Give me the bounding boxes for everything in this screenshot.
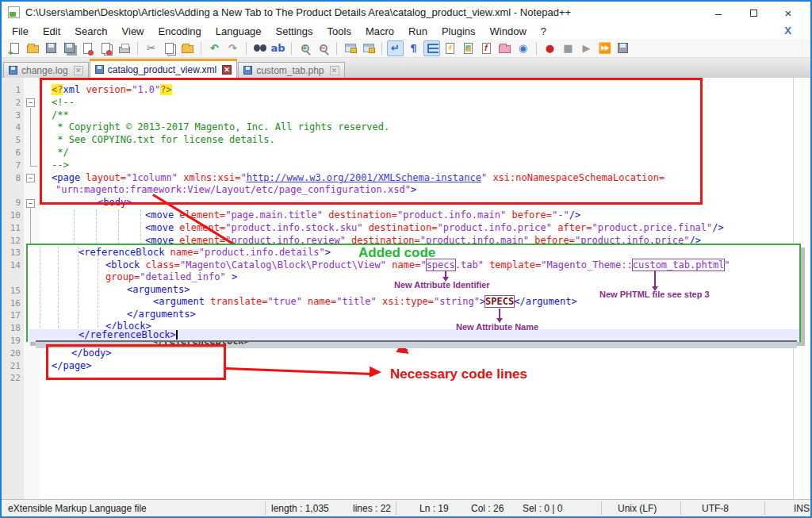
menu-close-document-button[interactable]: X [784, 25, 791, 36]
show-all-characters-button[interactable]: ¶ [405, 40, 422, 56]
function-list-icon [482, 43, 491, 54]
paste-button[interactable] [179, 40, 196, 56]
zoom-in-button[interactable] [297, 40, 313, 56]
document-map-button[interactable] [460, 40, 477, 56]
toolbar-separator [336, 42, 337, 55]
function-list-button[interactable] [478, 40, 495, 56]
tab-catalog-product-view-xml[interactable]: catalog_product_view.xml✕ [90, 59, 237, 78]
macro-record-button[interactable]: ● [542, 40, 558, 56]
line-number: 13 [2, 247, 21, 259]
code-line-11[interactable]: 11<move element="product.info.stock.sku"… [2, 222, 810, 235]
zoom-out-icon [320, 44, 327, 52]
macro-play-button[interactable]: ▶ [578, 40, 595, 56]
copy-button[interactable] [161, 40, 178, 56]
code-text: </arguments> [127, 309, 196, 320]
toolbar-separator [291, 42, 292, 55]
tab-custom-tab-php[interactable]: custom_tab.php✕ [238, 62, 344, 78]
zoom-out-button[interactable] [315, 40, 331, 56]
menu-item-search[interactable]: Search [67, 25, 114, 37]
code-line-wrap[interactable]: "urn:magento:framework:View/Layout/etc/p… [2, 184, 810, 197]
save-button[interactable] [43, 40, 59, 56]
menu-item-[interactable]: ? [534, 25, 553, 37]
maximize-icon [750, 10, 757, 17]
tab-close-icon[interactable]: ✕ [74, 66, 83, 75]
status-col: Col : 26 [471, 503, 504, 514]
editor-area[interactable]: − − − 1<?xml version="1.0"?>2<!--3/**4 *… [2, 78, 810, 499]
menu-item-encoding[interactable]: Encoding [151, 25, 209, 37]
code-line-9[interactable]: 9<body> [2, 197, 810, 209]
code-text: <?xml version="1.0"?> [52, 84, 172, 96]
overlay-code-line: </arguments> [28, 309, 799, 321]
code-line-1[interactable]: 1<?xml version="1.0"?> [2, 84, 810, 97]
code-line-8[interactable]: 8<page layout="1column" xmlns:xsi="http:… [2, 172, 810, 185]
macro-stop-button[interactable]: ■ [560, 40, 576, 56]
print-button[interactable] [116, 40, 132, 56]
tab-close-icon[interactable]: ✕ [222, 65, 232, 75]
find-button[interactable] [251, 40, 268, 56]
indent-guide-button[interactable] [423, 40, 440, 56]
saved-file-icon [243, 66, 252, 75]
menu-item-language[interactable]: Language [209, 25, 269, 37]
code-line-7[interactable]: 7--> [2, 159, 810, 172]
menu-item-run[interactable]: Run [401, 25, 435, 37]
menu-item-edit[interactable]: Edit [36, 25, 67, 37]
line-number: 6 [2, 147, 21, 159]
code-line-5[interactable]: 5 * See COPYING.txt for license details. [2, 134, 810, 147]
replace-button[interactable]: ab [270, 40, 286, 56]
toolbar-separator [137, 42, 138, 55]
redo-button[interactable]: ↷ [224, 40, 241, 56]
document-monitor-button[interactable]: ◉ [515, 40, 531, 56]
status-divider [396, 501, 396, 515]
status-unix: Unix (LF) [618, 503, 657, 514]
toolbar-separator [536, 42, 537, 55]
code-line-6[interactable]: 6 */ [2, 147, 810, 159]
word-wrap-button[interactable]: ↵ [387, 40, 404, 56]
close-button[interactable] [79, 40, 96, 56]
menu-item-macro[interactable]: Macro [358, 25, 401, 37]
menu-item-file[interactable]: File [5, 25, 36, 37]
close-button[interactable]: × [771, 2, 806, 24]
status-length: length : 1,035 [271, 503, 329, 514]
save-all-button[interactable] [61, 40, 78, 56]
close-all-button[interactable] [98, 40, 114, 56]
added-code-overlay: <referenceBlock name="product.info.detai… [26, 244, 801, 342]
code-line-2[interactable]: 2<!-- [2, 97, 810, 109]
menu-item-settings[interactable]: Settings [269, 25, 320, 37]
macro-run-multiple-button[interactable]: ⏩ [596, 40, 613, 56]
tab-label: custom_tab.php [256, 65, 324, 76]
folder-as-workspace-button[interactable] [496, 40, 513, 56]
code-line-10[interactable]: 10<move element="page.main.title" destin… [2, 209, 810, 222]
sync-vertical-button[interactable] [342, 40, 358, 56]
code-text: group="detailed_info" > [105, 271, 237, 283]
menu-item-window[interactable]: Window [483, 25, 534, 37]
close-all-icon [102, 43, 110, 54]
show-all-characters-icon: ¶ [410, 43, 416, 53]
status-sel: Sel : 0 | 0 [523, 503, 562, 514]
macro-save-icon [618, 43, 628, 53]
sync-horizontal-button[interactable] [360, 40, 377, 56]
macro-save-button[interactable] [615, 40, 631, 56]
menu-item-plugins[interactable]: Plugins [435, 25, 483, 37]
cut-button[interactable]: ✂ [143, 40, 159, 56]
new-file-button[interactable] [6, 40, 23, 56]
menu-item-view[interactable]: View [115, 25, 151, 37]
define-language-button[interactable] [442, 40, 458, 56]
maximize-button[interactable] [736, 2, 771, 24]
minimize-button[interactable]: – [701, 2, 736, 24]
toolbar-separator [246, 42, 247, 55]
undo-button[interactable]: ↶ [206, 40, 223, 56]
close-icon [83, 43, 92, 54]
open-file-button[interactable] [25, 40, 41, 56]
tab-change-log[interactable]: change.log✕ [3, 62, 89, 78]
new-attribute-identifier-arrow [445, 271, 446, 277]
new-attribute-name-arrowhead-icon [496, 318, 503, 323]
macro-stop-icon: ■ [563, 43, 573, 53]
tab-bar: change.log✕catalog_product_view.xml✕cust… [2, 58, 810, 78]
document-monitor-icon: ◉ [519, 43, 527, 53]
indent-guide-icon [427, 44, 439, 53]
tab-close-icon[interactable]: ✕ [330, 66, 339, 75]
code-line-3[interactable]: 3/** [2, 109, 810, 122]
cut-icon: ✂ [147, 43, 155, 53]
menu-item-tools[interactable]: Tools [320, 25, 358, 37]
code-line-4[interactable]: 4 * Copyright © 2013-2017 Magento, Inc. … [2, 121, 810, 134]
